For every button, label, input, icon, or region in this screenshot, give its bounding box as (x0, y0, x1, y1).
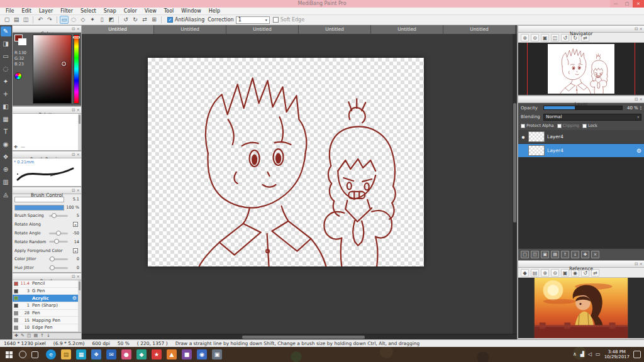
document-tab[interactable]: Untitled (299, 25, 371, 34)
brush-item[interactable]: 3 G Pen (13, 288, 78, 295)
apply-foreground-checkbox[interactable]: × (73, 248, 78, 253)
color-jitter-slider[interactable] (49, 258, 68, 260)
lasso-tool[interactable]: ◌ (1, 64, 11, 74)
canvas-vertical-scrollbar[interactable] (513, 34, 517, 334)
mail-icon[interactable]: ✉ (106, 349, 116, 359)
panel-popout-icon[interactable]: ⊡ (72, 26, 75, 33)
brush-list-scrollbar[interactable] (78, 280, 81, 332)
duplicate-brush-icon[interactable]: ◫ (27, 333, 31, 339)
layer-down-icon[interactable]: ↓ (571, 251, 579, 258)
medibang-icon[interactable]: ★ (152, 349, 162, 359)
antialiasing-checkbox[interactable]: ✓ (167, 17, 173, 23)
ref-pin-icon[interactable]: ◆ (521, 269, 529, 277)
grid-icon[interactable]: ⊞ (150, 16, 158, 24)
brush-item[interactable]: 10 Edge Pen (13, 324, 78, 332)
canvas[interactable] (148, 58, 424, 266)
app-gray-icon[interactable]: ▣ (212, 349, 222, 359)
add-brush-icon[interactable]: ✚ (14, 333, 18, 339)
text-tool[interactable]: T (1, 127, 11, 137)
fill-tool[interactable]: ◧ (1, 102, 11, 112)
menu-item[interactable]: Help (205, 8, 224, 15)
close-button[interactable]: × (633, 0, 644, 8)
brush-down-icon[interactable]: ↓ (47, 333, 50, 339)
open-file-icon[interactable]: ▤ (12, 16, 21, 24)
merge-layer-icon[interactable]: ▣ (541, 251, 549, 258)
color-picker-cursor[interactable] (62, 62, 66, 66)
ref-zoom-out-icon[interactable]: ⊖ (551, 269, 559, 277)
eraser-tool[interactable]: ◨ (1, 39, 11, 49)
ref-zoom-in-icon[interactable]: ⊕ (541, 269, 549, 277)
menu-item[interactable]: Edit (18, 8, 35, 15)
panel-popout-icon[interactable]: ⊡ (72, 273, 75, 280)
nav-zoom-in-icon[interactable]: ⊕ (521, 34, 529, 41)
nav-actual-size-icon[interactable]: ◫ (551, 34, 559, 41)
select-tool[interactable]: ▭ (1, 52, 11, 62)
panel-popout-icon[interactable]: ⊡ (635, 96, 638, 103)
save-icon[interactable]: ◫ (21, 16, 30, 24)
brush-folder-icon[interactable]: ▤ (33, 333, 38, 339)
edit-brush-icon[interactable]: ✎ (21, 333, 25, 339)
ref-fit-icon[interactable]: ▣ (561, 269, 569, 277)
palette-body[interactable]: ✚— (13, 114, 81, 150)
saturation-value-picker[interactable] (33, 35, 72, 104)
lock-checkbox[interactable] (582, 124, 587, 128)
document-tab[interactable]: Untitled (371, 25, 443, 34)
notification-center-icon[interactable] (633, 351, 641, 358)
document-tab[interactable]: Untitled (226, 25, 299, 34)
navigator-thumbnail[interactable] (548, 44, 614, 94)
navigator-preview-area[interactable] (518, 43, 644, 95)
background-color-swatch[interactable] (18, 38, 26, 45)
menu-item[interactable]: Filter (57, 8, 77, 15)
hue-slider[interactable] (74, 35, 79, 104)
app-orange-icon[interactable]: ▲ (167, 349, 177, 359)
layer-up-icon[interactable]: ↑ (561, 251, 569, 258)
palette-scrollbar[interactable] (78, 114, 81, 150)
gradient-tool[interactable]: ▦ (1, 114, 11, 124)
undo-icon[interactable]: ↶ (36, 16, 45, 24)
network-icon[interactable]: ▟ (580, 351, 584, 358)
scrollbar-thumb[interactable] (513, 103, 516, 222)
edge-icon[interactable]: e (46, 349, 56, 359)
zoom-tool[interactable]: ⊕ (1, 165, 11, 175)
layer-row-selected[interactable]: Layer4 ⚙ (518, 144, 644, 158)
app-blue-icon[interactable]: ◉ (197, 349, 207, 359)
reference-image[interactable] (533, 278, 629, 338)
add-layer-icon[interactable]: ▢ (521, 251, 529, 258)
rotate-angle-slider[interactable] (49, 233, 68, 234)
hue-jitter-slider[interactable] (49, 267, 68, 269)
deselect-icon[interactable]: ▯ (97, 16, 106, 24)
antialiasing-option[interactable]: ✓ AntiAliasing (167, 17, 204, 23)
menu-item[interactable]: Color (120, 8, 141, 15)
maximize-button[interactable]: ▢ (621, 0, 633, 8)
blending-dropdown[interactable]: Normal ▾ (543, 114, 641, 121)
snap-tool[interactable]: ◬ (1, 190, 11, 200)
menu-item[interactable]: Tool (160, 8, 178, 15)
divide-tool[interactable]: ▥ (1, 177, 11, 187)
flip-canvas-icon[interactable]: ⇄ (140, 16, 149, 24)
file-explorer-icon[interactable]: ▤ (61, 349, 71, 359)
hand-tool[interactable]: ❖ (1, 152, 11, 162)
rotate-ccw-icon[interactable]: ↺ (121, 16, 130, 24)
panel-close-icon[interactable]: × (77, 151, 80, 158)
photos-icon[interactable]: ❖ (91, 349, 101, 359)
brush-tool[interactable]: ✎ (1, 26, 11, 36)
menu-item[interactable]: Layer (35, 8, 57, 15)
rotate-along-checkbox[interactable]: × (73, 222, 78, 227)
menu-item[interactable]: Window (177, 8, 205, 15)
store-icon[interactable]: ▦ (76, 349, 86, 359)
opacity-stepper[interactable]: ▴▾ (640, 106, 641, 111)
color-wheel-icon[interactable] (14, 72, 22, 80)
menu-item[interactable]: File (2, 8, 18, 15)
rotate-cw-icon[interactable]: ↻ (131, 16, 140, 24)
add-palette-color-icon[interactable]: ✚ (14, 145, 18, 150)
nav-zoom-out-icon[interactable]: ⊖ (531, 34, 539, 41)
nav-fit-icon[interactable]: ▣ (541, 34, 549, 41)
soft-edge-checkbox[interactable] (273, 17, 279, 23)
layer-folder-icon[interactable]: ▤ (551, 251, 559, 258)
layer-row[interactable]: ● Layer4 (518, 130, 644, 144)
eyedropper-tool[interactable]: ◉ (1, 140, 11, 150)
brush-settings-icon[interactable]: ⚙ (72, 295, 77, 301)
panel-close-icon[interactable]: × (640, 26, 643, 33)
panel-close-icon[interactable]: × (77, 187, 80, 194)
panel-popout-icon[interactable]: ⊡ (72, 151, 75, 158)
